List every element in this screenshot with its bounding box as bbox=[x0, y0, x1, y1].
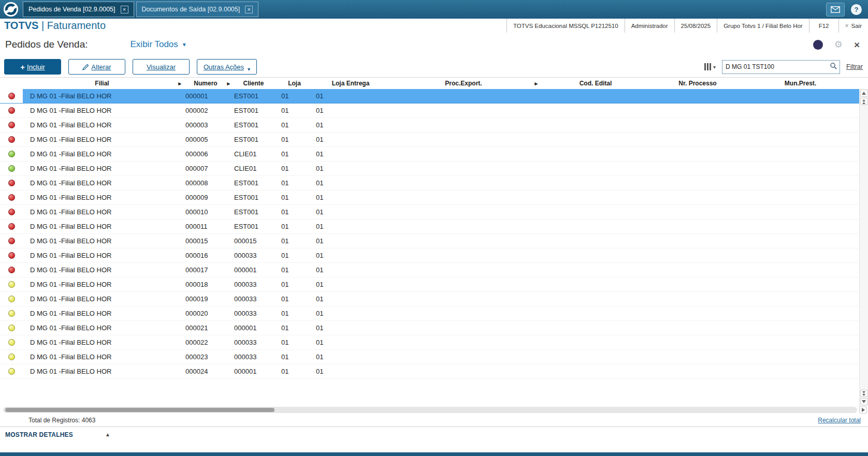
column-header-numero[interactable]: Numero▸ bbox=[181, 78, 230, 89]
vertical-scrollbar[interactable] bbox=[859, 89, 868, 406]
alterar-button[interactable]: Alterar bbox=[68, 59, 125, 75]
incluir-button[interactable]: + Incluir bbox=[4, 59, 61, 75]
company-branch-info[interactable]: Grupo Totvs 1 / Filial Belo Hor bbox=[717, 19, 809, 33]
row-status-green-icon bbox=[8, 165, 15, 172]
help-icon[interactable]: ? bbox=[851, 4, 862, 15]
cell-empty bbox=[742, 292, 859, 306]
column-header-loja-entrega[interactable]: Loja Entrega bbox=[312, 78, 389, 89]
cell-empty bbox=[742, 321, 859, 335]
cell-cliente: 000001 bbox=[230, 364, 277, 378]
scroll-down-icon[interactable] bbox=[860, 398, 868, 405]
scroll-up-icon[interactable] bbox=[860, 90, 868, 97]
table-row[interactable]: D MG 01 -Filial BELO HOR000003EST0010101 bbox=[0, 118, 859, 133]
column-header-cliente[interactable]: Cliente bbox=[230, 78, 277, 89]
cell-empty bbox=[742, 133, 859, 146]
table-row[interactable]: D MG 01 -Filial BELO HOR0000240000010101 bbox=[0, 364, 859, 379]
cell-numero: 000023 bbox=[181, 350, 230, 364]
cell-cliente: EST001 bbox=[230, 190, 277, 204]
cell-empty bbox=[742, 350, 859, 364]
table-row[interactable]: D MG 01 -Filial BELO HOR000008EST0010101 bbox=[0, 176, 859, 190]
table-row[interactable]: D MG 01 -Filial BELO HOR000001EST0010101 bbox=[0, 89, 859, 104]
view-filter-value: Exibir Todos bbox=[131, 39, 178, 50]
cell-loja_entrega: 01 bbox=[312, 133, 389, 146]
cell-loja_entrega: 01 bbox=[312, 118, 389, 132]
cell-empty bbox=[389, 248, 538, 262]
scroll-page-down-icon[interactable] bbox=[860, 390, 868, 397]
cell-filial: D MG 01 -Filial BELO HOR bbox=[23, 104, 181, 117]
cell-empty bbox=[654, 263, 742, 277]
search-box bbox=[722, 60, 840, 74]
exit-close-icon: × bbox=[845, 22, 849, 30]
table-row[interactable]: D MG 01 -Filial BELO HOR000006CLIE010101 bbox=[0, 147, 859, 161]
cell-loja_entrega: 01 bbox=[312, 321, 389, 335]
cell-empty bbox=[389, 118, 538, 132]
cell-empty bbox=[538, 306, 654, 320]
visualizar-button[interactable]: Visualizar bbox=[133, 59, 190, 75]
outras-acoes-button[interactable]: Outras Ações ▾ bbox=[197, 59, 257, 75]
view-filter-dropdown[interactable]: Exibir Todos ▾ bbox=[131, 39, 186, 50]
tab-close-icon[interactable]: × bbox=[121, 6, 128, 13]
table-row[interactable]: D MG 01 -Filial BELO HOR000007CLIE010101 bbox=[0, 161, 859, 176]
bottom-strip bbox=[0, 452, 868, 456]
horizontal-scroll-track[interactable] bbox=[3, 407, 857, 413]
cell-empty bbox=[389, 219, 538, 233]
filtrar-link[interactable]: Filtrar bbox=[846, 63, 863, 70]
exit-button[interactable]: × Sair bbox=[838, 19, 868, 33]
column-picker-button[interactable]: ▾ bbox=[704, 63, 716, 70]
cell-loja_entrega: 01 bbox=[312, 277, 389, 291]
column-header-cod-edital[interactable]: Cod. Edital bbox=[538, 78, 654, 89]
cell-empty bbox=[389, 263, 538, 277]
cell-loja_entrega: 01 bbox=[312, 176, 389, 190]
table-row[interactable]: D MG 01 -Filial BELO HOR0000150000150101 bbox=[0, 234, 859, 248]
search-input[interactable] bbox=[722, 63, 830, 70]
search-icon[interactable] bbox=[830, 62, 837, 72]
column-header-proc-export[interactable]: Proc.Export.▸ bbox=[389, 78, 538, 89]
horizontal-scrollbar[interactable] bbox=[0, 406, 868, 414]
scroll-right-icon[interactable] bbox=[859, 406, 867, 414]
tab-documentos-de-saida[interactable]: Documentos de Saída [02.9.0005] × bbox=[136, 2, 259, 17]
table-row[interactable]: D MG 01 -Filial BELO HOR0000190000330101 bbox=[0, 292, 859, 306]
table-row[interactable]: D MG 01 -Filial BELO HOR000009EST0010101 bbox=[0, 190, 859, 205]
table-row[interactable]: D MG 01 -Filial BELO HOR0000200000330101 bbox=[0, 306, 859, 321]
cell-loja: 01 bbox=[277, 205, 312, 219]
cell-empty bbox=[742, 263, 859, 277]
profile-icon[interactable] bbox=[813, 40, 823, 50]
table-row[interactable]: D MG 01 -Filial BELO HOR000011EST0010101 bbox=[0, 219, 859, 234]
mail-icon[interactable] bbox=[826, 3, 845, 17]
page-title: Pedidos de Venda: bbox=[5, 39, 88, 50]
tab-close-icon[interactable]: × bbox=[245, 6, 253, 13]
details-toggle-bar[interactable]: MOSTRAR DETALHES ▲ bbox=[0, 426, 868, 442]
close-routine-icon[interactable]: × bbox=[854, 40, 860, 50]
app-header: TOTVS | Faturamento TOTVS Educacional MS… bbox=[0, 19, 868, 33]
table-row[interactable]: D MG 01 -Filial BELO HOR000002EST0010101 bbox=[0, 104, 859, 118]
table-row[interactable]: D MG 01 -Filial BELO HOR0000210000010101 bbox=[0, 321, 859, 335]
cell-loja: 01 bbox=[277, 176, 312, 190]
column-header-loja[interactable]: Loja bbox=[277, 78, 312, 89]
cell-empty bbox=[538, 190, 654, 204]
column-header-filial[interactable]: Filial▸ bbox=[23, 78, 181, 89]
table-row[interactable]: D MG 01 -Filial BELO HOR0000180000330101 bbox=[0, 277, 859, 292]
gear-icon[interactable]: ⚙ bbox=[834, 40, 843, 49]
f12-button[interactable]: F12 bbox=[809, 19, 838, 33]
scroll-page-up-icon[interactable] bbox=[860, 98, 868, 105]
tab-pedidos-de-venda[interactable]: Pedidos de Venda [02.9.0005] × bbox=[23, 2, 134, 17]
column-header-mun-prest[interactable]: Mun.Prest. bbox=[742, 78, 859, 89]
chevron-down-icon: ▾ bbox=[713, 64, 716, 70]
table-row[interactable]: D MG 01 -Filial BELO HOR000005EST0010101 bbox=[0, 133, 859, 147]
column-header-nr-processo[interactable]: Nr. Processo bbox=[654, 78, 742, 89]
cell-loja: 01 bbox=[277, 292, 312, 306]
cell-loja_entrega: 01 bbox=[312, 190, 389, 204]
cell-numero: 000007 bbox=[181, 161, 230, 175]
cell-empty bbox=[654, 364, 742, 378]
cell-cliente: 000001 bbox=[230, 321, 277, 335]
recalcular-total-link[interactable]: Recalcular total bbox=[818, 417, 861, 424]
table-row[interactable]: D MG 01 -Filial BELO HOR0000220000330101 bbox=[0, 335, 859, 350]
cell-loja: 01 bbox=[277, 219, 312, 233]
vertical-scroll-track[interactable] bbox=[860, 106, 868, 389]
table-row[interactable]: D MG 01 -Filial BELO HOR0000230000330101 bbox=[0, 350, 859, 364]
table-row[interactable]: D MG 01 -Filial BELO HOR0000170000010101 bbox=[0, 263, 859, 277]
horizontal-scroll-thumb[interactable] bbox=[5, 408, 274, 412]
row-status-yellow-icon bbox=[8, 281, 15, 288]
table-row[interactable]: D MG 01 -Filial BELO HOR000010EST0010101 bbox=[0, 205, 859, 219]
table-row[interactable]: D MG 01 -Filial BELO HOR0000160000330101 bbox=[0, 248, 859, 263]
